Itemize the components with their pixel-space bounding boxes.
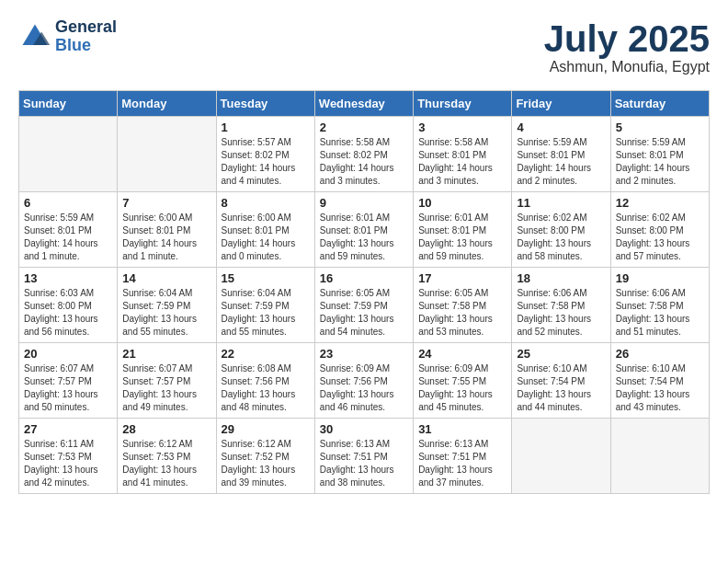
calendar-cell	[610, 419, 709, 494]
day-number: 6	[24, 196, 112, 210]
week-row-4: 20Sunrise: 6:07 AM Sunset: 7:57 PM Dayli…	[19, 343, 710, 419]
calendar-cell: 12Sunrise: 6:02 AM Sunset: 8:00 PM Dayli…	[610, 192, 709, 268]
calendar: SundayMondayTuesdayWednesdayThursdayFrid…	[18, 90, 710, 494]
day-info: Sunrise: 6:09 AM Sunset: 7:55 PM Dayligh…	[418, 362, 506, 414]
day-number: 11	[517, 196, 605, 210]
day-number: 4	[517, 121, 605, 134]
calendar-cell: 7Sunrise: 6:00 AM Sunset: 8:01 PM Daylig…	[118, 192, 216, 268]
calendar-cell: 29Sunrise: 6:12 AM Sunset: 7:52 PM Dayli…	[216, 419, 314, 494]
day-number: 24	[418, 347, 506, 361]
calendar-cell: 22Sunrise: 6:08 AM Sunset: 7:56 PM Dayli…	[216, 343, 314, 419]
day-info: Sunrise: 5:59 AM Sunset: 8:01 PM Dayligh…	[517, 136, 605, 188]
day-info: Sunrise: 6:09 AM Sunset: 7:56 PM Dayligh…	[320, 362, 408, 414]
day-number: 2	[320, 121, 408, 134]
week-row-2: 6Sunrise: 5:59 AM Sunset: 8:01 PM Daylig…	[19, 192, 710, 268]
page-header: General Blue July 2025 Ashmun, Monufia, …	[18, 18, 710, 75]
day-number: 15	[222, 271, 310, 285]
day-info: Sunrise: 6:10 AM Sunset: 7:54 PM Dayligh…	[616, 362, 704, 414]
calendar-cell: 24Sunrise: 6:09 AM Sunset: 7:55 PM Dayli…	[414, 343, 512, 419]
calendar-cell: 16Sunrise: 6:05 AM Sunset: 7:59 PM Dayli…	[314, 268, 413, 343]
logo-blue: Blue	[55, 37, 117, 55]
calendar-cell: 2Sunrise: 5:58 AM Sunset: 8:02 PM Daylig…	[314, 117, 413, 192]
calendar-cell: 27Sunrise: 6:11 AM Sunset: 7:53 PM Dayli…	[19, 419, 118, 494]
day-info: Sunrise: 5:57 AM Sunset: 8:02 PM Dayligh…	[222, 136, 310, 188]
day-number: 25	[517, 347, 605, 361]
calendar-cell	[19, 117, 118, 192]
day-info: Sunrise: 6:00 AM Sunset: 8:01 PM Dayligh…	[122, 212, 210, 263]
day-number: 17	[418, 271, 506, 285]
calendar-cell: 4Sunrise: 5:59 AM Sunset: 8:01 PM Daylig…	[512, 117, 610, 192]
calendar-cell: 13Sunrise: 6:03 AM Sunset: 8:00 PM Dayli…	[19, 268, 118, 343]
day-number: 7	[122, 196, 210, 210]
week-row-1: 1Sunrise: 5:57 AM Sunset: 8:02 PM Daylig…	[19, 117, 710, 192]
weekday-header-tuesday: Tuesday	[216, 91, 314, 117]
day-number: 28	[122, 422, 210, 436]
calendar-cell: 25Sunrise: 6:10 AM Sunset: 7:54 PM Dayli…	[512, 343, 610, 419]
day-number: 19	[616, 271, 704, 285]
day-number: 8	[222, 196, 310, 210]
calendar-cell	[512, 419, 610, 494]
day-number: 14	[122, 271, 210, 285]
calendar-cell: 21Sunrise: 6:07 AM Sunset: 7:57 PM Dayli…	[118, 343, 216, 419]
day-info: Sunrise: 6:13 AM Sunset: 7:51 PM Dayligh…	[418, 438, 506, 489]
weekday-header-saturday: Saturday	[610, 91, 709, 117]
location: Ashmun, Monufia, Egypt	[544, 59, 710, 75]
day-info: Sunrise: 6:11 AM Sunset: 7:53 PM Dayligh…	[24, 438, 112, 489]
month-title: July 2025	[544, 18, 710, 59]
weekday-header-row: SundayMondayTuesdayWednesdayThursdayFrid…	[19, 91, 710, 117]
calendar-cell: 17Sunrise: 6:05 AM Sunset: 7:58 PM Dayli…	[414, 268, 512, 343]
day-info: Sunrise: 6:02 AM Sunset: 8:00 PM Dayligh…	[517, 212, 605, 263]
day-info: Sunrise: 6:03 AM Sunset: 8:00 PM Dayligh…	[24, 287, 112, 339]
day-info: Sunrise: 6:01 AM Sunset: 8:01 PM Dayligh…	[320, 212, 408, 263]
calendar-cell: 30Sunrise: 6:13 AM Sunset: 7:51 PM Dayli…	[314, 419, 413, 494]
day-number: 16	[320, 271, 408, 285]
calendar-cell: 8Sunrise: 6:00 AM Sunset: 8:01 PM Daylig…	[216, 192, 314, 268]
day-info: Sunrise: 6:12 AM Sunset: 7:52 PM Dayligh…	[222, 438, 310, 489]
day-number: 12	[616, 196, 704, 210]
day-number: 9	[320, 196, 408, 210]
weekday-header-friday: Friday	[512, 91, 610, 117]
day-info: Sunrise: 6:13 AM Sunset: 7:51 PM Dayligh…	[320, 438, 408, 489]
calendar-cell: 10Sunrise: 6:01 AM Sunset: 8:01 PM Dayli…	[414, 192, 512, 268]
calendar-cell: 28Sunrise: 6:12 AM Sunset: 7:53 PM Dayli…	[118, 419, 216, 494]
day-number: 22	[222, 347, 310, 361]
day-number: 18	[517, 271, 605, 285]
calendar-cell: 19Sunrise: 6:06 AM Sunset: 7:58 PM Dayli…	[610, 268, 709, 343]
calendar-cell: 11Sunrise: 6:02 AM Sunset: 8:00 PM Dayli…	[512, 192, 610, 268]
day-number: 1	[222, 121, 310, 134]
day-info: Sunrise: 6:08 AM Sunset: 7:56 PM Dayligh…	[222, 362, 310, 414]
day-info: Sunrise: 6:07 AM Sunset: 7:57 PM Dayligh…	[24, 362, 112, 414]
day-number: 27	[24, 422, 112, 436]
logo-icon	[18, 20, 51, 53]
calendar-cell: 20Sunrise: 6:07 AM Sunset: 7:57 PM Dayli…	[19, 343, 118, 419]
logo: General Blue	[18, 18, 117, 55]
day-number: 10	[418, 196, 506, 210]
day-info: Sunrise: 5:59 AM Sunset: 8:01 PM Dayligh…	[24, 212, 112, 263]
day-number: 23	[320, 347, 408, 361]
day-info: Sunrise: 6:07 AM Sunset: 7:57 PM Dayligh…	[122, 362, 210, 414]
day-info: Sunrise: 5:58 AM Sunset: 8:01 PM Dayligh…	[418, 136, 506, 188]
day-number: 5	[616, 121, 704, 134]
day-number: 13	[24, 271, 112, 285]
calendar-cell: 23Sunrise: 6:09 AM Sunset: 7:56 PM Dayli…	[314, 343, 413, 419]
calendar-cell: 18Sunrise: 6:06 AM Sunset: 7:58 PM Dayli…	[512, 268, 610, 343]
calendar-cell: 31Sunrise: 6:13 AM Sunset: 7:51 PM Dayli…	[414, 419, 512, 494]
logo-text: General Blue	[55, 18, 117, 55]
day-info: Sunrise: 6:10 AM Sunset: 7:54 PM Dayligh…	[517, 362, 605, 414]
logo-general: General	[55, 18, 117, 37]
calendar-cell	[118, 117, 216, 192]
day-number: 30	[320, 422, 408, 436]
weekday-header-monday: Monday	[118, 91, 216, 117]
week-row-5: 27Sunrise: 6:11 AM Sunset: 7:53 PM Dayli…	[19, 419, 710, 494]
day-info: Sunrise: 6:00 AM Sunset: 8:01 PM Dayligh…	[222, 212, 310, 263]
calendar-cell: 26Sunrise: 6:10 AM Sunset: 7:54 PM Dayli…	[610, 343, 709, 419]
day-number: 21	[122, 347, 210, 361]
day-info: Sunrise: 6:12 AM Sunset: 7:53 PM Dayligh…	[122, 438, 210, 489]
day-info: Sunrise: 6:06 AM Sunset: 7:58 PM Dayligh…	[616, 287, 704, 339]
weekday-header-sunday: Sunday	[19, 91, 118, 117]
weekday-header-wednesday: Wednesday	[314, 91, 413, 117]
calendar-cell: 1Sunrise: 5:57 AM Sunset: 8:02 PM Daylig…	[216, 117, 314, 192]
day-number: 20	[24, 347, 112, 361]
calendar-cell: 15Sunrise: 6:04 AM Sunset: 7:59 PM Dayli…	[216, 268, 314, 343]
day-number: 26	[616, 347, 704, 361]
